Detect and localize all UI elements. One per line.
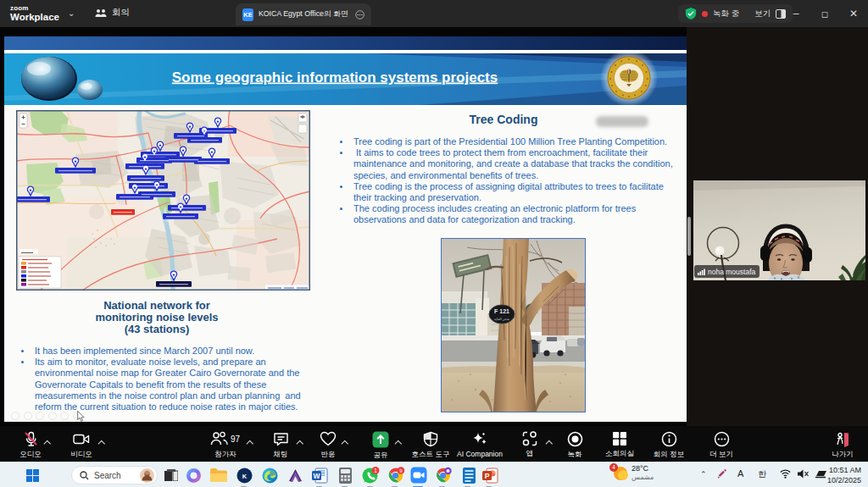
svg-text:97: 97 <box>231 434 241 444</box>
svg-text:W: W <box>313 471 320 479</box>
svg-text:4: 4 <box>612 464 615 470</box>
svg-text:1: 1 <box>374 468 377 473</box>
svg-text:K: K <box>242 472 247 479</box>
svg-text:شجر الماية: شجر الماية <box>494 317 510 321</box>
svg-text:P: P <box>484 471 489 479</box>
svg-text:Some geographic information sy: Some geographic information systems proj… <box>172 69 498 86</box>
svg-text:F 121: F 121 <box>494 308 509 314</box>
